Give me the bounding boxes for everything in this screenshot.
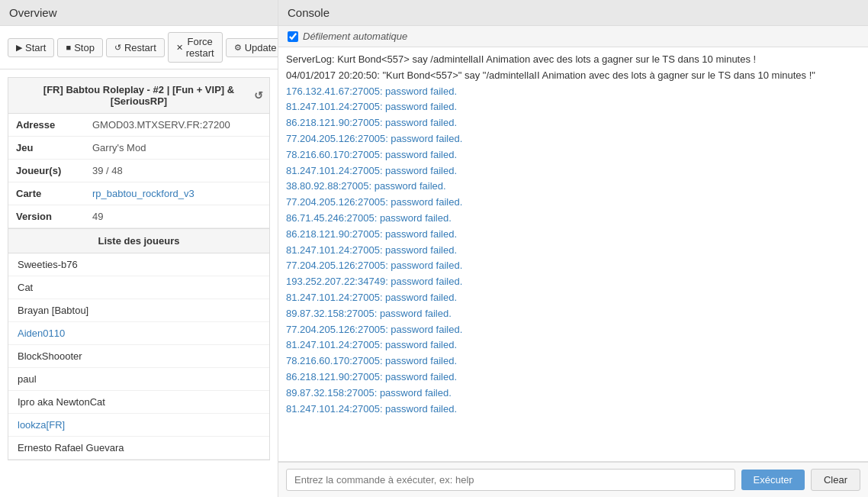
players-list: Sweeties-b76CatBrayan [Babtou]Aiden0110B… <box>8 253 269 460</box>
force-restart-button[interactable]: ✕ Force restart <box>168 32 223 63</box>
left-panel: Overview ▶ Start ■ Stop ↺ Restart ✕ Forc… <box>0 0 278 497</box>
log-line: 78.216.60.170:27005: password failed. <box>286 353 860 370</box>
console-input[interactable] <box>286 469 735 491</box>
log-line: ServerLog: Kurt Bond<557> say /admintell… <box>286 52 860 68</box>
adresse-value: GMOD03.MTXSERV.FR:27200 <box>85 114 269 137</box>
log-line: 81.247.101.24:27005: password failed. <box>286 99 860 115</box>
carte-label: Carte <box>8 182 85 205</box>
jeu-value: Garry's Mod <box>85 137 269 160</box>
jeu-label: Jeu <box>8 137 85 160</box>
joueur-label: Joueur(s) <box>8 160 85 182</box>
close-icon: ✕ <box>176 43 183 53</box>
start-button[interactable]: ▶ Start <box>8 38 54 57</box>
log-line: 89.87.32.158:27005: password failed. <box>286 306 860 322</box>
stop-icon: ■ <box>66 43 71 52</box>
log-line: 86.218.121.90:27005: password failed. <box>286 227 860 243</box>
auto-scroll-checkbox[interactable] <box>288 31 298 42</box>
players-list-header: Liste des joueurs <box>8 228 269 253</box>
list-item: BlockShoooter <box>8 345 269 368</box>
log-line: 77.204.205.126:27005: password failed. <box>286 195 860 211</box>
log-line: 81.247.101.24:27005: password failed. <box>286 243 860 259</box>
server-name: [FR] Babtou Roleplay - #2 | [Fun + VIP] … <box>16 84 262 107</box>
log-line: 77.204.205.126:27005: password failed. <box>286 131 860 147</box>
list-item: Brayan [Babtou] <box>8 299 269 322</box>
list-item: paul <box>8 368 269 391</box>
execute-button[interactable]: Exécuter <box>741 470 805 490</box>
table-row: Jeu Garry's Mod <box>8 137 269 160</box>
adresse-label: Adresse <box>8 114 85 137</box>
overview-title: Overview <box>0 0 278 26</box>
log-line: 77.204.205.126:27005: password failed. <box>286 258 860 274</box>
log-line: 81.247.101.24:27005: password failed. <box>286 163 860 179</box>
refresh-icon: ↺ <box>114 43 121 53</box>
version-value: 49 <box>85 205 269 228</box>
log-line: 81.247.101.24:27005: password failed. <box>286 337 860 353</box>
server-info-box: [FR] Babtou Roleplay - #2 | [Fun + VIP] … <box>8 77 270 460</box>
play-icon: ▶ <box>16 43 22 53</box>
console-output: ServerLog: Kurt Bond<557> say /admintell… <box>278 47 868 462</box>
log-line: 86.218.121.90:27005: password failed. <box>286 115 860 131</box>
auto-scroll-label: Défilement automatique <box>303 31 407 42</box>
log-line: 193.252.207.22:34749: password failed. <box>286 274 860 290</box>
log-line: 176.132.41.67:27005: password failed. <box>286 84 860 100</box>
stop-button[interactable]: ■ Stop <box>57 38 102 57</box>
carte-value: rp_babtou_rockford_v3 <box>85 182 269 205</box>
table-row: Joueur(s) 39 / 48 <box>8 160 269 182</box>
log-line: 04/01/2017 20:20:50: "Kurt Bond<557>" sa… <box>286 68 860 84</box>
server-name-row: [FR] Babtou Roleplay - #2 | [Fun + VIP] … <box>8 78 269 114</box>
joueur-value: 39 / 48 <box>85 160 269 182</box>
console-input-bar: Exécuter Clear <box>278 462 868 497</box>
list-item[interactable]: lookza[FR] <box>8 414 269 437</box>
console-title: Console <box>278 0 868 26</box>
clear-button[interactable]: Clear <box>811 469 860 491</box>
log-line: 81.247.101.24:27005: password failed. <box>286 402 860 418</box>
list-item[interactable]: Aiden0110 <box>8 322 269 345</box>
table-row: Version 49 <box>8 205 269 228</box>
table-row: Adresse GMOD03.MTXSERV.FR:27200 <box>8 114 269 137</box>
log-line: 78.216.60.170:27005: password failed. <box>286 147 860 163</box>
list-item: Ipro aka NewtonCat <box>8 391 269 414</box>
list-item: Ernesto Rafael Guevara <box>8 437 269 460</box>
version-label: Version <box>8 205 85 228</box>
gear-icon: ⚙ <box>234 43 242 53</box>
server-refresh-icon[interactable]: ↺ <box>254 89 263 102</box>
table-row: Carte rp_babtou_rockford_v3 <box>8 182 269 205</box>
log-line: 89.87.32.158:27005: password failed. <box>286 386 860 402</box>
log-line: 86.218.121.90:27005: password failed. <box>286 370 860 386</box>
auto-scroll-bar: Défilement automatique <box>278 26 868 47</box>
log-line: 38.80.92.88:27005: password failed. <box>286 179 860 195</box>
log-line: 86.71.45.246:27005: password failed. <box>286 211 860 227</box>
update-button[interactable]: ⚙ Update <box>226 38 278 57</box>
log-line: 77.204.205.126:27005: password failed. <box>286 322 860 338</box>
log-line: 81.247.101.24:27005: password failed. <box>286 290 860 306</box>
server-info-table: Adresse GMOD03.MTXSERV.FR:27200 Jeu Garr… <box>8 114 269 228</box>
list-item: Sweeties-b76 <box>8 253 269 276</box>
list-item: Cat <box>8 276 269 299</box>
restart-button[interactable]: ↺ Restart <box>106 38 165 57</box>
right-panel: Console Défilement automatique ServerLog… <box>278 0 868 497</box>
toolbar: ▶ Start ■ Stop ↺ Restart ✕ Force restart… <box>0 26 278 69</box>
